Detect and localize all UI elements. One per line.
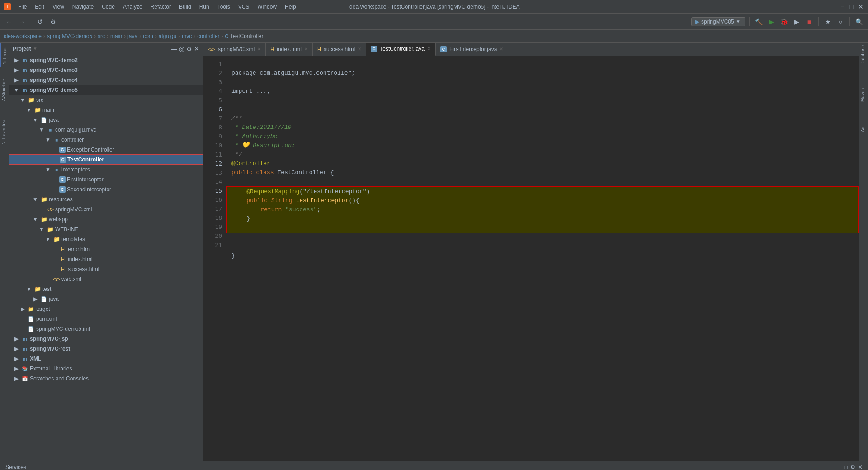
tree-item-springMVC-demo4[interactable]: ▶ m springMVC-demo4 [9,75,203,85]
tree-item-scratches[interactable]: ▶ 📅 Scratches and Consoles [9,374,203,384]
menu-navigate[interactable]: Navigate [69,3,97,11]
right-strip-ant[interactable]: Ant [859,123,868,135]
run-button[interactable]: ▶ [766,16,777,27]
coverage-button[interactable]: ★ [822,16,833,27]
services-expand-button[interactable]: □ [844,464,848,470]
left-strip-structure[interactable]: Z-Structure [0,76,9,104]
build-button[interactable]: 🔨 [753,16,764,27]
menu-window[interactable]: Window [254,3,280,11]
tree-item-test[interactable]: ▼ 📁 test [9,284,203,294]
close-panel-button[interactable]: ✕ [194,45,199,52]
tab-close-icon[interactable]: ✕ [427,46,431,51]
menu-tools[interactable]: Tools [214,3,234,11]
menu-edit[interactable]: Edit [31,3,48,11]
settings-button[interactable]: ⚙ [47,16,58,27]
tree-item-main[interactable]: ▼ 📁 main [9,105,203,115]
project-dropdown-icon[interactable]: ▼ [33,46,38,51]
breadcrumb-project[interactable]: springMVC-demo5 [47,33,92,39]
tree-item-springMVC-demo3[interactable]: ▶ m springMVC-demo3 [9,65,203,75]
forward-button[interactable]: → [16,16,27,27]
tree-item-external-libs[interactable]: ▶ 📚 External Libraries [9,364,203,374]
tree-item-target[interactable]: ▶ 📁 target [9,304,203,314]
code-content[interactable]: package com.atguigu.mvc.controller; impo… [226,56,859,461]
left-strip-project[interactable]: 1: Project [0,43,9,67]
services-close-button[interactable]: ✕ [858,464,863,470]
breadcrumb-workspace[interactable]: idea-workspace [4,33,42,39]
sync-button[interactable]: ↺ [35,16,46,27]
code-editor[interactable]: 1 2 3 4 5 6 7 8 9 10 11 12 13 14 15 16 1… [203,56,859,461]
breadcrumb-main[interactable]: main [110,33,122,39]
breadcrumb-com[interactable]: com [143,33,153,39]
settings-panel-button[interactable]: ⚙ [186,45,192,52]
menu-code[interactable]: Code [98,3,118,11]
tree-item-src[interactable]: ▼ 📁 src [9,95,203,105]
left-strip-favorites[interactable]: 2: Favorites [0,118,9,147]
tab-FirstInterceptor-java[interactable]: C FirstInterceptor.java ✕ [436,43,508,56]
profiler-button[interactable]: ○ [835,16,846,27]
tree-item-webapp[interactable]: ▼ 📁 webapp [9,214,203,224]
tree-item-resources[interactable]: ▼ 📁 resources [9,195,203,204]
tab-index-html[interactable]: H index.html ✕ [266,43,313,56]
tab-TestController-java[interactable]: C TestController.java ✕ [366,43,436,56]
maximize-button[interactable]: □ [848,3,855,10]
tree-item-pom-xml[interactable]: ▶ 📄 pom.xml [9,314,203,324]
tree-item-springMVC-jsp[interactable]: ▶ m springMVC-jsp [9,334,203,344]
tree-item-package[interactable]: ▼ ■ com.atguigu.mvc [9,125,203,135]
breadcrumb-atguigu[interactable]: atguigu [159,33,176,39]
tree-item-springMVC-rest[interactable]: ▶ m springMVC-rest [9,344,203,354]
tree-item-springMVC-xml[interactable]: ▶ </> springMVC.xml [9,204,203,214]
breadcrumb-java[interactable]: java [127,33,137,39]
tab-close-icon[interactable]: ✕ [257,47,261,52]
tree-item-SecondInterceptor[interactable]: ▶ C SecondInterceptor [9,185,203,195]
tree-item-web-xml[interactable]: ▶ </> web.xml [9,274,203,284]
search-everywhere-button[interactable]: 🔍 [854,16,864,27]
tree-item-iml[interactable]: ▶ 📄 springMVC-demo5.iml [9,324,203,334]
right-strip-maven[interactable]: Maven [859,85,868,104]
services-settings-button[interactable]: ⚙ [850,464,855,470]
minimize-button[interactable]: − [839,3,846,10]
tree-item-TestController[interactable]: ▶ C TestController [9,155,203,165]
locate-file-button[interactable]: ◎ [179,45,184,52]
tree-item-springMVC-demo5[interactable]: ▼ m springMVC-demo5 [9,85,203,95]
tree-item-WEB-INF[interactable]: ▼ 📁 WEB-INF [9,224,203,234]
back-button[interactable]: ← [4,16,14,27]
tree-item-java-src[interactable]: ▼ 📄 java [9,115,203,125]
right-strip: Database Maven Ant [859,43,868,461]
menu-file[interactable]: File [14,3,30,11]
tab-close-icon[interactable]: ✕ [500,47,503,52]
breadcrumb-mvc[interactable]: mvc [182,33,192,39]
breadcrumb-class[interactable]: C TestController [225,33,264,39]
tab-close-icon[interactable]: ✕ [304,47,308,52]
tree-item-templates[interactable]: ▼ 📁 templates [9,234,203,244]
tree-item-java-test[interactable]: ▶ 📄 java [9,294,203,304]
tree-item-ExceptionController[interactable]: ▶ C ExceptionController [9,145,203,155]
tree-item-index-html[interactable]: ▶ H index.html [9,254,203,264]
tree-item-interceptors[interactable]: ▼ ■ interceptors [9,165,203,175]
tree-item-controller[interactable]: ▼ ■ controller [9,135,203,145]
tree-item-springMVC-demo2[interactable]: ▶ m springMVC-demo2 [9,55,203,65]
tree-item-FirstInterceptor[interactable]: ▶ C FirstInterceptor [9,175,203,185]
tree-item-XML[interactable]: ▶ m XML [9,354,203,364]
right-strip-database[interactable]: Database [859,43,868,67]
menu-vcs[interactable]: VCS [235,3,253,11]
menu-build[interactable]: Build [175,3,195,11]
collapse-all-button[interactable]: — [171,45,177,52]
menu-refactor[interactable]: Refactor [147,3,175,11]
stop-button[interactable]: ■ [804,16,815,27]
run-config-selector[interactable]: ▶ springMVC05 ▼ [691,17,745,26]
debug-button[interactable]: 🐞 [778,16,789,27]
breadcrumb-src[interactable]: src [98,33,105,39]
tree-item-success-html[interactable]: ▶ H success.html [9,264,203,274]
close-button[interactable]: ✕ [857,3,864,10]
breadcrumb-controller[interactable]: controller [197,33,219,39]
menu-help[interactable]: Help [281,3,300,11]
tab-success-html[interactable]: H success.html ✕ [313,43,366,56]
menu-run[interactable]: Run [196,3,213,11]
tab-close-icon[interactable]: ✕ [358,47,361,52]
tree-item-error-html[interactable]: ▶ H error.html [9,244,203,254]
menu-view[interactable]: View [49,3,68,11]
breadcrumb-sep-9: › [222,33,223,39]
tab-springMVC-xml[interactable]: </> springMVC.xml ✕ [203,43,266,56]
menu-analyze[interactable]: Analyze [119,3,146,11]
run-config2-button[interactable]: ▶ [791,16,802,27]
